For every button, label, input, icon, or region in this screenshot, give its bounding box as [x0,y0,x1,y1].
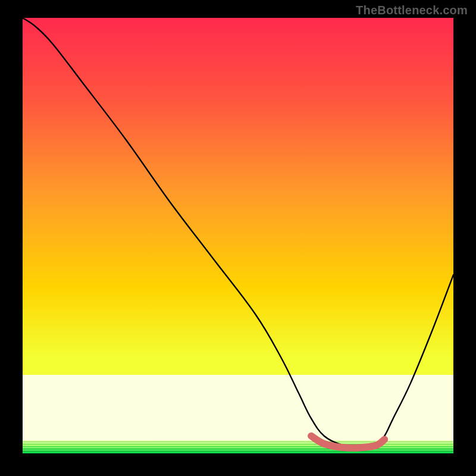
chart-container: TheBottleneck.com [0,0,476,476]
stripe-4 [23,449,453,449]
stripe-3 [23,446,453,447]
attribution-label: TheBottleneck.com [356,4,468,17]
bottleneck-chart [23,18,453,453]
stripe-5 [23,451,453,452]
stripe-1 [23,441,453,442]
plot-area [23,18,453,453]
stripe-2 [23,444,453,444]
white-band [23,375,453,440]
